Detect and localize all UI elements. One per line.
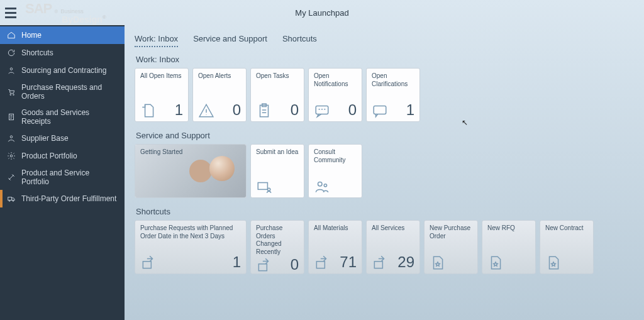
svg-rect-18 [258, 264, 267, 271]
tile-value: 0 [348, 101, 357, 119]
brand-sub: ByDesign [62, 14, 103, 25]
tile-value: 0 [233, 101, 241, 119]
sidebar-item-purchase-requests[interactable]: Purchase Requests and Orders [0, 79, 125, 104]
tab-service-support[interactable]: Service and Support [193, 31, 267, 47]
tile-value: 1 [233, 253, 241, 271]
sidebar-item-product-service-portfolio[interactable]: Product and Service Portfolio [0, 165, 125, 190]
home-icon [6, 30, 16, 40]
tile-purchase-orders-changed[interactable]: Purchase Orders Changed Recently 0 [250, 220, 304, 274]
tile-new-rfq[interactable]: New RFQ [482, 220, 536, 274]
sidebar-item-label: Goods and Services Receipts [21, 108, 118, 126]
svg-point-1 [10, 94, 11, 96]
topbar: SAP ® Business ByDesign® My Launchpad [0, 0, 644, 25]
sidebar-item-product-portfolio[interactable]: Product Portfolio [0, 147, 125, 165]
tile-purchase-requests-planned[interactable]: Purchase Requests with Planned Order Dat… [135, 220, 247, 274]
tile-open-tasks[interactable]: Open Tasks 0 [250, 68, 304, 122]
tile-consult-community[interactable]: Consult Community [308, 144, 362, 198]
svg-point-4 [10, 136, 13, 138]
svg-rect-12 [374, 106, 386, 114]
tile-label: New RFQ [487, 224, 530, 233]
menu-toggle[interactable] [0, 1, 21, 25]
sidebar-item-label: Shortcuts [21, 48, 53, 57]
tile-value: 1 [175, 101, 183, 119]
arrow-box-icon [314, 255, 330, 271]
tile-new-contract[interactable]: New Contract [540, 220, 594, 274]
tile-value: 1 [406, 101, 414, 119]
tile-open-clarifications[interactable]: Open Clarifications 1 [366, 68, 420, 122]
svg-rect-20 [374, 262, 382, 268]
chat-icon [314, 102, 330, 119]
section-title-service-support: Service and Support [136, 131, 634, 140]
tile-label: New Purchase Order [430, 224, 472, 240]
tile-open-alerts[interactable]: Open Alerts 0 [192, 68, 247, 122]
tile-getting-started[interactable]: Getting Started [135, 144, 247, 198]
section-title-work-inbox: Work: Inbox [136, 55, 634, 64]
svg-point-2 [13, 94, 14, 96]
tile-label: Open Notifications [314, 72, 357, 88]
arrow-box-icon [372, 255, 388, 271]
supplier-icon [6, 133, 16, 143]
tile-label: New Contract [545, 224, 588, 233]
sidebar-item-home[interactable]: Home [0, 26, 125, 44]
svg-point-16 [324, 184, 326, 187]
work-inbox-row: All Open Items 1 Open Alerts 0 Open Task… [135, 68, 634, 122]
sidebar-item-sourcing[interactable]: Sourcing and Contracting [0, 62, 125, 79]
sidebar-item-label: Supplier Base [21, 134, 69, 143]
refresh-icon [6, 48, 16, 58]
svg-point-7 [9, 201, 10, 202]
svg-point-8 [13, 201, 14, 202]
tile-value: 29 [397, 253, 414, 271]
card-people-icon [256, 179, 272, 195]
svg-point-15 [318, 182, 323, 186]
doc-icon [140, 102, 157, 119]
svg-rect-13 [258, 183, 267, 190]
tile-label: Purchase Orders Changed Recently [256, 224, 299, 256]
doc-star-icon [545, 255, 562, 271]
truck-icon [6, 194, 16, 204]
sidebar-item-label: Product Portfolio [21, 152, 77, 160]
doc-star-icon [430, 255, 446, 271]
arrow-box-icon [140, 255, 157, 271]
cart-icon [6, 87, 16, 97]
service-support-row: Getting Started Submit an Idea Consult C… [135, 144, 634, 198]
tab-shortcuts[interactable]: Shortcuts [282, 31, 317, 47]
tile-value: 0 [291, 256, 299, 273]
tile-value: 71 [340, 253, 357, 271]
tile-label: All Open Items [140, 72, 183, 80]
tab-work-inbox[interactable]: Work: Inbox [135, 31, 178, 47]
tools-icon [6, 172, 16, 182]
tile-label: All Materials [314, 224, 357, 233]
tile-all-open-items[interactable]: All Open Items 1 [135, 68, 189, 122]
arrow-box-icon [256, 257, 272, 273]
tile-label: Consult Community [314, 148, 357, 164]
tabs: Work: Inbox Service and Support Shortcut… [135, 31, 634, 47]
tile-new-purchase-order[interactable]: New Purchase Order [424, 220, 478, 274]
sidebar-item-label: Product and Service Portfolio [21, 168, 118, 186]
svg-rect-19 [316, 262, 325, 268]
tile-open-notifications[interactable]: Open Notifications 0 [308, 68, 362, 122]
svg-point-5 [10, 155, 13, 157]
section-title-shortcuts: Shortcuts [136, 207, 634, 216]
tile-label: Open Clarifications [372, 72, 414, 88]
tile-label: Purchase Requests with Planned Order Dat… [140, 224, 241, 240]
tile-all-materials[interactable]: All Materials 71 [308, 220, 362, 274]
alert-icon [198, 102, 214, 119]
svg-rect-6 [8, 197, 12, 201]
sidebar-item-goods-receipts[interactable]: Goods and Services Receipts [0, 104, 125, 130]
svg-rect-11 [316, 106, 328, 114]
sidebar: Home Shortcuts Sourcing and Contracting … [0, 25, 125, 320]
sidebar-item-label: Home [21, 31, 42, 40]
brand-sup: Business [60, 8, 106, 14]
main-content: Work: Inbox Service and Support Shortcut… [125, 25, 644, 320]
sidebar-item-shortcuts[interactable]: Shortcuts [0, 44, 125, 62]
sidebar-item-label: Purchase Requests and Orders [21, 83, 118, 101]
sidebar-item-third-party[interactable]: Third-Party Order Fulfillment [0, 190, 125, 207]
sidebar-item-supplier-base[interactable]: Supplier Base [0, 130, 125, 147]
tile-submit-idea[interactable]: Submit an Idea [250, 144, 304, 198]
clipboard-icon [256, 102, 272, 119]
tile-label: All Services [372, 224, 414, 233]
tile-all-services[interactable]: All Services 29 [366, 220, 420, 274]
tile-label: Submit an Idea [256, 148, 299, 157]
tile-label: Open Tasks [256, 72, 299, 80]
page-title: My Launchpad [295, 8, 348, 18]
